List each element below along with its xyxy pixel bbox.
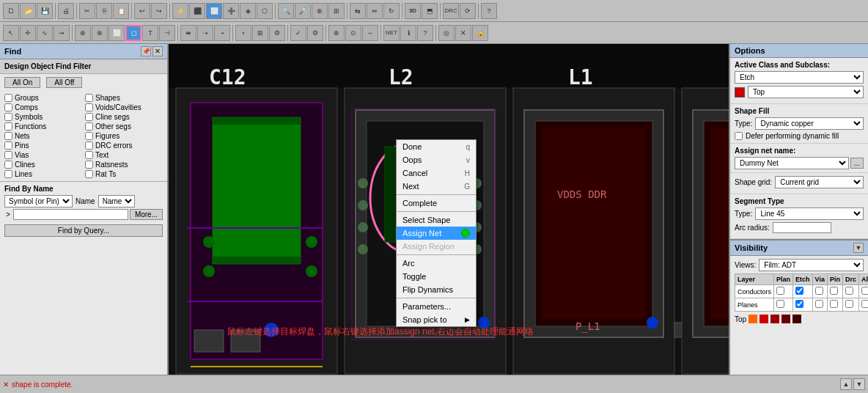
ctx-done[interactable]: Done q <box>397 140 476 153</box>
ctx-snap-pick[interactable]: Snap pick to ▶ <box>397 313 476 326</box>
cb-functions-input[interactable] <box>4 122 12 131</box>
vis-planes-etch[interactable] <box>795 300 803 308</box>
vis-planes-all[interactable] <box>861 300 868 308</box>
assign-net-select[interactable]: Dummy Net <box>735 157 849 169</box>
cb-text-input[interactable] <box>85 151 93 159</box>
undo-button[interactable]: ↩ <box>134 3 150 19</box>
check-tool[interactable]: ✓ <box>290 25 306 41</box>
cb-voids-input[interactable] <box>85 103 93 111</box>
add-shape[interactable]: ⬜ <box>108 25 125 41</box>
delay-tool[interactable]: ⌁ <box>214 25 230 41</box>
netname-label[interactable]: NET <box>383 25 400 41</box>
add-text[interactable]: T <box>142 25 158 41</box>
cross-tool[interactable]: ✕ <box>455 25 471 41</box>
cb-vias-input[interactable] <box>4 151 12 159</box>
flip-button[interactable]: ⇆ <box>350 3 366 19</box>
layer-switch[interactable]: ⊕ <box>328 25 345 41</box>
cb-clines-input[interactable] <box>4 161 12 169</box>
highlight-tool[interactable]: ◎ <box>438 25 455 41</box>
update-button[interactable]: ⟳ <box>460 3 476 19</box>
slide-tool[interactable]: ⇢ <box>197 25 213 41</box>
browse-btn[interactable]: ... <box>850 158 864 169</box>
add-dim[interactable]: ⊣ <box>159 25 175 41</box>
ctx-next[interactable]: Next G <box>397 180 476 193</box>
cb-ratsnests-input[interactable] <box>85 161 93 169</box>
status-btn2[interactable]: ▼ <box>853 378 865 390</box>
ctx-parameters[interactable]: Parameters... <box>397 300 476 313</box>
route-single[interactable]: ∿ <box>37 25 53 41</box>
name-select[interactable]: Name <box>98 195 135 207</box>
pad-icon[interactable]: ⬛ <box>189 3 205 19</box>
stretch-tool[interactable]: ⇼ <box>180 25 196 41</box>
tool4[interactable]: ◈ <box>240 3 256 19</box>
vis-conductors-drc[interactable] <box>845 287 853 295</box>
fanout-tool[interactable]: ⋆ <box>235 25 251 41</box>
name-type-select[interactable]: Symbol (or Pin) <box>4 195 73 207</box>
cb-lines-input[interactable] <box>4 170 12 178</box>
cb-symbols-input[interactable] <box>4 113 12 121</box>
vis-conductors-etch[interactable] <box>795 287 803 295</box>
name-input[interactable] <box>13 209 128 220</box>
add-pin[interactable]: ⊕ <box>75 25 91 41</box>
panel-pin[interactable]: 📌 <box>141 46 151 56</box>
measure-tool[interactable]: ↔ <box>362 25 378 41</box>
ctx-cancel[interactable]: Cancel H <box>397 166 476 180</box>
vis-planes-drc[interactable] <box>845 300 853 308</box>
drc-button[interactable]: DRC <box>443 3 459 19</box>
cb-ratts-input[interactable] <box>85 170 93 178</box>
type-select[interactable]: Dynamic copper <box>755 117 864 130</box>
query-tool[interactable]: ? <box>417 25 433 41</box>
film-select[interactable]: Film: ADT <box>759 259 864 271</box>
cut-button[interactable]: ✂ <box>79 3 95 19</box>
vis-planes-via[interactable] <box>815 300 823 308</box>
redo-button[interactable]: ↪ <box>151 3 167 19</box>
tool5[interactable]: ⬡ <box>257 3 273 19</box>
cb-nets-input[interactable] <box>4 132 12 140</box>
cb-groups-input[interactable] <box>4 94 12 102</box>
ctx-oops[interactable]: Oops v <box>397 153 476 166</box>
save-button[interactable]: 💾 <box>37 3 53 19</box>
zoom-fit-button[interactable]: ⊕ <box>312 3 328 19</box>
cb-pins-input[interactable] <box>4 142 12 150</box>
find-by-query-button[interactable]: Find by Query... <box>4 224 163 237</box>
copy-button[interactable]: ⎘ <box>96 3 112 19</box>
cb-comps-input[interactable] <box>4 103 12 111</box>
add-shape-active[interactable]: ◻ <box>125 25 141 41</box>
vis-expand[interactable]: ▼ <box>853 243 864 253</box>
vis-conductors-pin[interactable] <box>830 287 838 295</box>
property-tool[interactable]: ℹ <box>400 25 416 41</box>
3d-button[interactable]: 3D <box>405 3 421 19</box>
zoom-area-button[interactable]: ⊞ <box>328 3 345 19</box>
cb-drc-input[interactable] <box>85 142 93 150</box>
seg-type-select[interactable]: Line 45 <box>755 207 864 220</box>
ctx-select-shape[interactable]: Select Shape <box>397 213 476 227</box>
class-select[interactable]: Etch <box>735 71 864 84</box>
print-button[interactable]: 🖨 <box>58 3 74 19</box>
vis-planes-pin[interactable] <box>830 300 838 308</box>
ctx-assign-net[interactable]: Assign Net <box>397 227 476 240</box>
status-close[interactable]: ✕ <box>3 381 9 389</box>
panel-close[interactable]: ✕ <box>152 46 163 56</box>
zoom-out-button[interactable]: 🔎 <box>295 3 311 19</box>
route-icon[interactable]: ⚡ <box>172 3 188 19</box>
more-button[interactable]: More... <box>130 209 163 220</box>
active-tool[interactable]: ⬜ <box>206 3 222 19</box>
cb-clinesegs-input[interactable] <box>85 113 93 121</box>
ctx-complete[interactable]: Complete <box>397 196 476 210</box>
options-tool[interactable]: ⚙ <box>307 25 323 41</box>
board-button[interactable]: ⬒ <box>422 3 438 19</box>
cb-figures-input[interactable] <box>85 132 93 140</box>
auto-tool[interactable]: ⚙ <box>269 25 285 41</box>
cb-othersegs-input[interactable] <box>85 122 93 131</box>
snap-tool[interactable]: ✛ <box>20 25 36 41</box>
spread-tool[interactable]: ⊞ <box>252 25 268 41</box>
all-on-button[interactable]: All On <box>4 77 40 88</box>
vis-conductors-via[interactable] <box>815 287 823 295</box>
shape-grid-select[interactable]: Current grid <box>775 176 864 188</box>
select-tool[interactable]: ↖ <box>3 25 19 41</box>
defer-checkbox[interactable] <box>735 132 743 140</box>
ctx-toggle[interactable]: Toggle <box>397 270 476 283</box>
subclass-select[interactable]: Top <box>748 86 864 98</box>
add-via[interactable]: ⊗ <box>92 25 108 41</box>
rotate-button[interactable]: ↻ <box>383 3 400 19</box>
